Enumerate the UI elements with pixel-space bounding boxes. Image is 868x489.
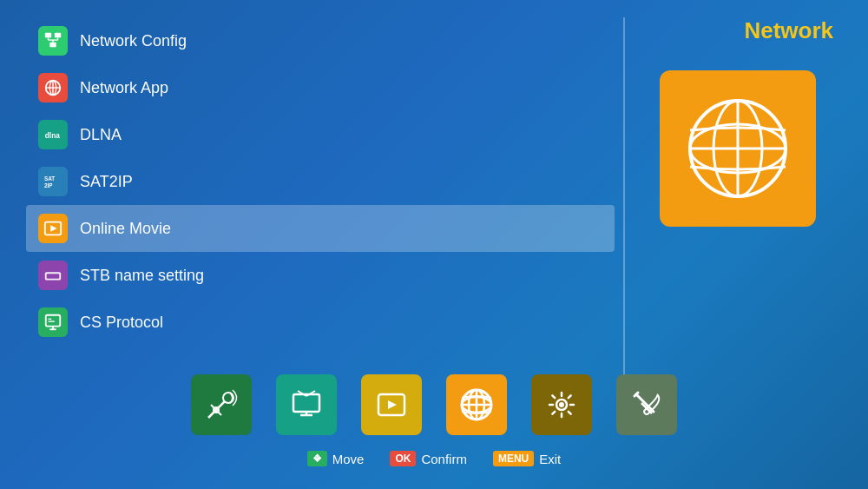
gear-icon (544, 387, 579, 422)
left-panel: Network Config Network App (26, 17, 615, 385)
sat2ip-icon: SAT 2IP (38, 167, 68, 196)
right-panel: Network (634, 17, 842, 385)
menu-item-online-movie[interactable]: Online Movie (26, 205, 615, 252)
top-right-area: Network (634, 17, 842, 62)
section-title: Network (744, 17, 833, 44)
nav-network-button[interactable] (446, 374, 507, 435)
network-app-label: Network App (80, 79, 168, 97)
tv-icon (289, 387, 324, 422)
svg-rect-17 (47, 274, 60, 279)
svg-rect-32 (293, 394, 319, 412)
menu-item-cs-protocol[interactable]: CS Protocol (26, 299, 615, 346)
hint-exit: MENU Exit (493, 451, 561, 466)
stb-name-label: STB name setting (80, 267, 204, 285)
menu-item-network-config[interactable]: Network Config (26, 17, 615, 64)
hint-confirm-label: Confirm (421, 452, 467, 466)
tools-icon (629, 387, 664, 422)
menu-item-sat2ip[interactable]: SAT 2IP SAT2IP (26, 158, 615, 205)
svg-text:2IP: 2IP (44, 182, 53, 188)
svg-marker-38 (388, 400, 397, 409)
svg-point-45 (559, 402, 564, 407)
hint-exit-label: Exit (539, 452, 561, 466)
svg-text:SAT: SAT (44, 175, 55, 182)
svg-rect-2 (49, 43, 56, 48)
svg-text:dlna: dlna (45, 132, 60, 140)
cs-protocol-icon (38, 307, 68, 337)
nav-tv-button[interactable] (276, 374, 337, 435)
svg-marker-15 (50, 225, 56, 231)
svg-rect-0 (45, 33, 51, 38)
media-icon (374, 387, 409, 422)
nav-media-button[interactable] (361, 374, 422, 435)
nav-tools-button[interactable] (616, 374, 677, 435)
network-icon-box (660, 70, 816, 227)
move-badge: ❖ (307, 451, 327, 466)
nav-globe-icon (457, 386, 496, 424)
hint-move: ❖ Move (307, 451, 365, 466)
dlna-label: DLNA (80, 126, 122, 144)
dlna-icon: dlna (38, 120, 68, 149)
network-app-icon (38, 73, 68, 102)
ok-badge: OK (390, 451, 416, 466)
network-config-icon (38, 26, 68, 56)
nav-icons-row (26, 374, 842, 444)
hint-move-label: Move (332, 452, 365, 466)
menu-item-network-app[interactable]: Network App (26, 64, 615, 111)
main-container: Network Config Network App (0, 0, 868, 489)
sat2ip-label: SAT2IP (80, 173, 133, 191)
hint-confirm: OK Confirm (390, 451, 467, 466)
satellite-icon (204, 387, 239, 422)
nav-satellite-button[interactable] (191, 374, 252, 435)
hint-row: ❖ Move OK Confirm MENU Exit (26, 451, 842, 472)
nav-settings-button[interactable] (531, 374, 592, 435)
stb-name-icon (38, 261, 68, 290)
svg-rect-1 (55, 33, 61, 38)
svg-rect-18 (46, 315, 61, 327)
divider (623, 17, 625, 385)
bottom-bar: ❖ Move OK Confirm MENU Exit (26, 385, 842, 472)
cs-protocol-label: CS Protocol (80, 314, 163, 332)
online-movie-label: Online Movie (80, 220, 171, 238)
network-config-label: Network Config (80, 32, 187, 50)
online-movie-icon (38, 214, 68, 243)
globe-icon (681, 92, 794, 205)
menu-item-dlna[interactable]: dlna DLNA (26, 111, 615, 158)
menu-badge: MENU (493, 451, 534, 466)
content-columns: Network Config Network App (26, 17, 842, 385)
menu-item-stb-name[interactable]: STB name setting (26, 252, 615, 299)
